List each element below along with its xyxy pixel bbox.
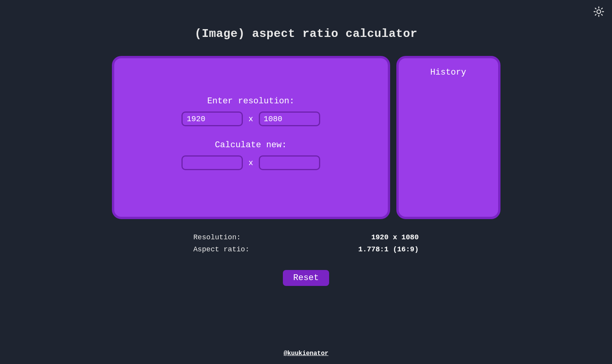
footer: @kuukienator xyxy=(0,350,612,357)
reset-button[interactable]: Reset xyxy=(283,270,329,286)
results-block: Resolution: 1920 x 1080 Aspect ratio: 1.… xyxy=(194,232,419,256)
separator-label: x xyxy=(248,115,253,124)
new-resolution-input-row: x xyxy=(181,155,320,170)
aspect-result-label: Aspect ratio: xyxy=(194,244,249,256)
enter-resolution-label: Enter resolution: xyxy=(207,96,294,106)
svg-line-3 xyxy=(595,8,596,9)
history-panel: History xyxy=(396,56,500,219)
theme-toggle-button[interactable] xyxy=(592,5,606,19)
svg-line-7 xyxy=(595,14,596,15)
svg-line-8 xyxy=(602,8,602,9)
sun-icon xyxy=(593,6,604,19)
calculate-new-label: Calculate new: xyxy=(215,140,287,150)
separator-label-2: x xyxy=(248,158,253,167)
height-input[interactable] xyxy=(259,111,320,126)
width-input[interactable] xyxy=(181,111,243,126)
resolution-result-label: Resolution: xyxy=(194,232,241,244)
page-title: (Image) aspect ratio calculator xyxy=(112,27,500,40)
aspect-result-value: 1.778:1 (16:9) xyxy=(358,244,418,256)
resolution-result-value: 1920 x 1080 xyxy=(371,232,418,244)
credit-link[interactable]: @kuukienator xyxy=(284,350,328,357)
history-title: History xyxy=(399,68,498,77)
new-width-input[interactable] xyxy=(181,155,243,170)
svg-point-0 xyxy=(597,10,601,14)
resolution-input-row: x xyxy=(181,111,320,126)
svg-line-4 xyxy=(602,14,602,15)
calculator-panel: Enter resolution: x Calculate new: x xyxy=(112,56,390,219)
new-height-input[interactable] xyxy=(259,155,320,170)
